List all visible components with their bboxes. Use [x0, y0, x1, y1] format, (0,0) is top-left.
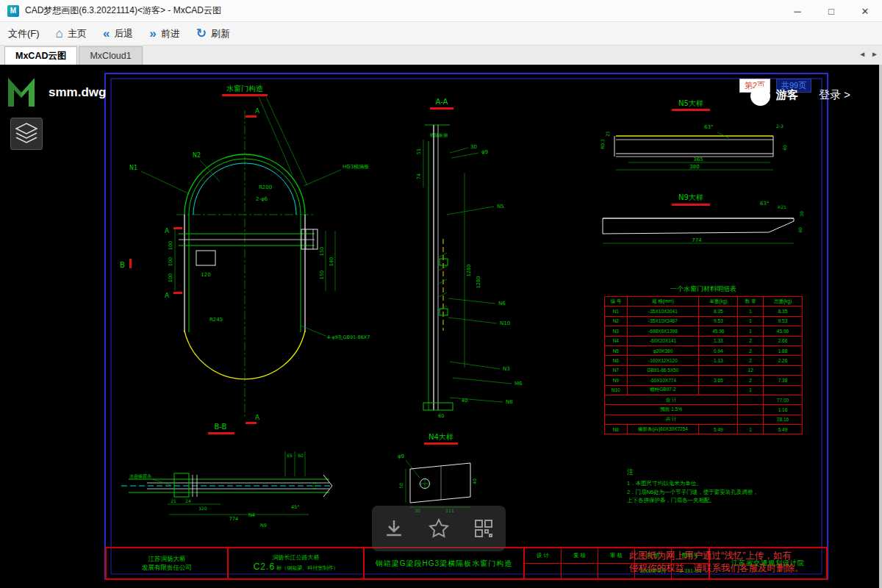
part-label: 水密橡胶条	[129, 473, 151, 479]
part-label: N1	[129, 165, 137, 171]
dim-label: 100	[168, 273, 173, 282]
materials-cell: 1	[738, 316, 764, 326]
floating-toolbar	[372, 506, 506, 551]
materials-cell: N10	[605, 385, 628, 395]
menu-refresh[interactable]: ↻ 刷新	[188, 22, 238, 45]
materials-cell: N3	[605, 326, 628, 336]
dim-label: 2-φ6	[256, 196, 268, 202]
window-controls: ─ □ ✕	[781, 0, 882, 21]
detail-title: N4大样	[429, 433, 453, 441]
section-marker: A	[165, 292, 170, 299]
dim-label: 24	[185, 498, 191, 503]
dim-label: 4-φ9孔GB91-86X7	[327, 334, 370, 340]
maximize-button[interactable]: □	[814, 0, 848, 22]
materials-cell: GB91-86 5X50	[627, 365, 699, 375]
avatar[interactable]	[750, 86, 770, 106]
section-marker: A	[255, 107, 260, 115]
project-name: 润扬长江公路大桥	[273, 554, 320, 562]
materials-header-cell: 数 量	[738, 297, 764, 306]
materials-row: N1-35X10X30418.3518.35	[605, 306, 803, 316]
dim-label: 100	[168, 241, 173, 250]
materials-cell: N1	[605, 306, 628, 316]
dim-label: 63°	[760, 201, 769, 207]
part-label: N5	[497, 204, 504, 209]
materials-table-body: N1-35X10X30418.3518.35N2-35X10X34679.531…	[605, 306, 803, 434]
menu-home[interactable]: ⌂ 主页	[48, 22, 95, 45]
value-design	[525, 564, 562, 579]
notes-title: 注	[627, 467, 814, 478]
materials-head-row: 编 号规 格(mm)单重(kg)数 量总重(kg)	[605, 297, 803, 306]
tab-scroll-left-icon[interactable]: ◄	[858, 50, 866, 58]
detail-title: N5大样	[678, 99, 703, 107]
dim-label: 30	[799, 211, 804, 217]
dim-label: 365	[693, 157, 703, 162]
materials-cell: 共 计	[605, 415, 738, 424]
materials-cell: 2.66	[764, 336, 803, 345]
part-label: N2	[193, 152, 201, 159]
dim-label: 120	[201, 272, 210, 278]
download-icon[interactable]	[383, 517, 405, 539]
materials-cell: N5	[605, 345, 628, 355]
minimize-button[interactable]: ─	[781, 0, 814, 22]
menu-home-label: 主页	[68, 27, 87, 40]
materials-cell: 3.65	[699, 376, 738, 385]
materials-cell: 2	[738, 336, 764, 345]
detail-title: N9大样	[678, 193, 703, 201]
materials-cell: 合 计	[605, 395, 738, 404]
tab-mxcad[interactable]: MxCAD云图	[4, 46, 77, 65]
materials-row: 预留 1.5%1.16	[605, 405, 803, 415]
dim-label: R0.3	[600, 139, 605, 149]
notes-lines: 1．本图尺寸均以毫米为单位。2．门扇N6处为一个节子门缝，便于窗安装孔及调整，上…	[627, 479, 814, 505]
materials-cell: 8.35	[764, 306, 803, 316]
materials-row: N8橡胶条(白)60X30X72545.4915.49	[605, 425, 803, 434]
titleblock-sheet-title: 钢箱梁G梁段HG3梁横隔板水窗门构造	[365, 548, 525, 578]
section-marker: B	[120, 261, 125, 269]
materials-cell: 9.53	[764, 316, 803, 326]
titleblock-company: 江苏润扬大桥 发展有限责任公司	[107, 548, 229, 578]
materials-cell: N4	[605, 336, 628, 345]
materials-cell: 橡胶条(白)60X30X7254	[627, 425, 699, 434]
qrcode-icon[interactable]	[473, 517, 495, 539]
dim-label: 74	[416, 173, 422, 179]
notes: 注 1．本图尺寸均以毫米为单位。2．门扇N6处为一个节子门缝，便于窗安装孔及调整…	[627, 467, 814, 505]
materials-cell: 8.35	[699, 306, 738, 316]
user-name[interactable]: 游客	[776, 88, 798, 102]
note-line: 上下各拼保护条，门扇各一夹相配。	[627, 496, 814, 505]
dim-label: 40	[462, 398, 467, 404]
vertical-scrollbar[interactable]	[879, 65, 882, 588]
dim-label: 40	[782, 145, 787, 151]
materials-row: N9-60X10X7743.6527.38	[605, 376, 803, 385]
tab-scroll-right-icon[interactable]: ►	[871, 50, 878, 58]
materials-cell	[764, 365, 803, 375]
dim-label: 380	[689, 164, 699, 170]
favorite-star-icon[interactable]	[428, 517, 450, 539]
materials-title: 一个水窗门材料明细表	[604, 284, 803, 294]
note-line: 1．本图尺寸均以毫米为单位。	[627, 479, 814, 488]
login-link[interactable]: 登录 >	[819, 88, 850, 102]
dim-label: 30	[470, 144, 477, 150]
materials-cell: -60X20X141	[627, 336, 699, 345]
menu-file[interactable]: 文件(F)	[0, 22, 48, 45]
materials-cell: -35X10X3467	[627, 316, 699, 326]
detail-title: A-A	[436, 98, 448, 106]
menu-back[interactable]: « 后退	[95, 22, 141, 45]
layers-button[interactable]	[10, 118, 43, 150]
materials-cell: 1	[738, 425, 764, 434]
detail-title: 水窗门构造	[226, 85, 263, 93]
dim-label: 774	[692, 237, 702, 243]
materials-cell: -60X10X774	[627, 376, 699, 385]
menu-forward[interactable]: » 前进	[141, 22, 187, 45]
menu-back-label: 后退	[114, 27, 133, 40]
materials-cell	[738, 405, 764, 415]
dim-label: 60	[438, 413, 444, 419]
window-title: CAD梦想画图(6.3.20221114)<游客> - MxCAD云图	[25, 4, 221, 17]
field-design: 设 计	[525, 548, 562, 564]
materials-row: N7GB91-86 5X5012	[605, 365, 803, 375]
dim-label: 51	[416, 148, 422, 154]
dim-label: 2-3	[776, 123, 784, 129]
dim-label: 1280	[466, 265, 472, 277]
back-icon: «	[103, 27, 110, 40]
part-label: HG3横隔板	[343, 164, 369, 170]
tab-mxcloud1[interactable]: MxCloud1	[79, 46, 142, 65]
close-button[interactable]: ✕	[848, 0, 882, 22]
